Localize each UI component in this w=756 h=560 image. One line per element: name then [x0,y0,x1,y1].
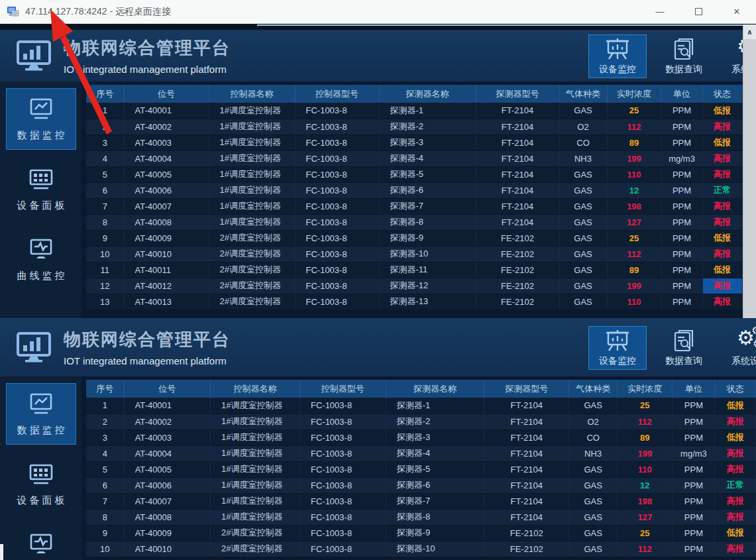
cell-tag: AT-40005 [124,461,210,477]
table-row[interactable]: 10AT-400102#调度室控制器FC-1003-8探测器-10FE-2102… [86,541,756,557]
cell-detector_model: FT-2104 [476,182,559,198]
data-monitor-icon [27,392,55,418]
nav-label: 数据查询 [665,64,702,76]
sidebar-item-device-panel[interactable]: 设备面板 [6,453,76,515]
cell-detector_model: FE-2102 [476,294,559,309]
cell-unit: PPM [673,414,715,429]
minimize-button[interactable]: — [641,0,679,24]
sidebar-item-data-monitor[interactable]: 数据监控 [6,383,76,445]
sidebar-item-device-panel[interactable]: 设备面板 [6,158,76,220]
cell-tag: AT-40002 [124,119,209,135]
cell-detector_model: FT-2104 [484,445,569,461]
nav-data-query[interactable]: 数据查询 [655,34,713,78]
cell-unit: PPM [661,166,702,182]
cell-status: 低报 [702,262,742,278]
cell-value: 112 [607,246,661,262]
table-row[interactable]: 5AT-400051#调度室控制器FC-1003-8探测器-5FT-2104GA… [86,461,756,477]
cell-no: 2 [86,119,124,135]
table-row[interactable]: 9AT-400092#调度室控制器FC-1003-8探测器-9FE-2102GA… [86,525,756,541]
cell-status: 高报 [715,445,756,461]
sidebar-item-curve-monitor[interactable]: 曲线监控 [6,524,76,560]
cell-controller_model: FC-1003-8 [299,477,386,493]
cell-no: 3 [86,429,124,445]
window-titlebar[interactable]: 47.114.127.78:4242 - 远程桌面连接 — ✕ [0,0,756,24]
table-row[interactable]: 2AT-400021#调度室控制器FC-1003-8探测器-2FT-2104O2… [86,414,756,429]
column-header: 气体种类 [569,380,618,398]
table-row[interactable]: 3AT-400031#调度室控制器FC-1003-8探测器-3FT-2104CO… [86,429,756,445]
table-row[interactable]: 7AT-400071#调度室控制器FC-1003-8探测器-7FT-2104GA… [86,198,742,214]
cell-status: 正常 [715,477,756,493]
table-row[interactable]: 3AT-400031#调度室控制器FC-1003-8探测器-3FT-2104CO… [86,135,742,150]
cell-controller_model: FC-1003-8 [295,103,379,119]
cell-value: 198 [607,198,661,214]
table-row[interactable]: 13AT-400132#调度室控制器FC-1003-8探测器-13FE-2102… [86,294,742,309]
table-row[interactable]: 6AT-400061#调度室控制器FC-1003-8探测器-6FT-2104GA… [86,477,756,493]
cell-value: 198 [618,493,673,509]
table-row[interactable]: 4AT-400041#调度室控制器FC-1003-8探测器-4FT-2104NH… [86,445,756,461]
cell-gas: GAS [559,166,607,182]
nav-data-query[interactable]: 数据查询 [655,326,713,370]
nav-device-monitor[interactable]: 设备监控 [588,34,647,78]
sidebar: 数据监控 设备面板 [0,82,81,318]
column-header: 状态 [702,85,742,103]
cell-controller_model: FC-1003-8 [295,182,379,198]
cell-controller_model: FC-1003-8 [299,429,386,445]
cell-detector_model: FE-2102 [476,262,559,278]
cell-no: 8 [86,509,124,525]
cell-no: 9 [86,230,124,246]
cell-controller: 1#调度室控制器 [211,445,300,461]
curve-monitor-icon [27,533,55,559]
table-row[interactable]: 1AT-400011#调度室控制器FC-1003-8探测器-1FT-2104GA… [86,398,756,414]
cell-tag: AT-40010 [124,541,210,557]
cell-no: 12 [86,278,124,294]
table-row[interactable]: 10AT-400102#调度室控制器FC-1003-8探测器-10FE-2102… [86,246,742,262]
cell-detector: 探测器-13 [379,294,476,309]
cell-no: 6 [86,477,124,493]
cell-status: 低报 [715,429,756,445]
maximize-button[interactable] [679,0,718,24]
cell-status: 高报 [715,414,756,429]
cell-value: 110 [618,461,673,477]
app-screen-bottom: 物联网综合管理平台 IOT integrated management plat… [0,318,756,560]
cell-detector: 探测器-5 [386,461,484,477]
column-header: 状态 [715,380,756,398]
table-row[interactable]: 8AT-400081#调度室控制器FC-1003-8探测器-8FT-2104GA… [86,509,756,525]
cell-controller: 1#调度室控制器 [211,493,300,509]
table-row[interactable]: 11AT-400112#调度室控制器FC-1003-8探测器-11FE-2102… [86,262,742,278]
column-header: 探测器型号 [476,85,559,103]
scrollbar-up-button[interactable]: ∧ [743,25,756,39]
sidebar-item-data-monitor[interactable]: 数据监控 [6,88,76,150]
nav-system-settings[interactable]: ⚙ ⚙ ⚙ 系统设置 [721,326,756,370]
nav-device-monitor[interactable]: 设备监控 [588,326,647,370]
table-row[interactable]: 8AT-400081#调度室控制器FC-1003-8探测器-8FT-2104GA… [86,214,742,230]
table-row[interactable]: 7AT-400071#调度室控制器FC-1003-8探测器-7FT-2104GA… [86,493,756,509]
vertical-scrollbar[interactable]: ∧ [743,25,756,318]
close-button[interactable]: ✕ [718,0,756,24]
cell-no: 1 [86,103,124,119]
cell-no: 10 [86,541,124,557]
top-nav: 设备监控 数据查询 ⚙ ⚙ [588,326,756,370]
cell-status: 高报 [702,246,742,262]
table-row[interactable]: 2AT-400021#调度室控制器FC-1003-8探测器-2FT-2104O2… [86,119,742,135]
table-row[interactable]: 5AT-400051#调度室控制器FC-1003-8探测器-5FT-2104GA… [86,166,742,182]
table-row[interactable]: 6AT-400061#调度室控制器FC-1003-8探测器-6FT-2104GA… [86,182,742,198]
sidebar-item-curve-monitor[interactable]: 曲线监控 [6,229,76,290]
cell-value: 110 [607,294,661,309]
cell-controller: 1#调度室控制器 [211,398,300,414]
cell-controller_model: FC-1003-8 [295,294,379,309]
table-row[interactable]: 9AT-400092#调度室控制器FC-1003-8探测器-9FE-2102GA… [86,230,742,246]
nav-label: 系统设置 [731,355,756,367]
cell-value: 89 [607,262,661,278]
page-subtitle: IOT integrated management platform [64,355,231,366]
table-row[interactable]: 4AT-400041#调度室控制器FC-1003-8探测器-4FT-2104NH… [86,150,742,166]
cell-detector: 探测器-9 [386,525,484,541]
cell-gas: CO [569,429,618,445]
table-row[interactable]: 1AT-400011#调度室控制器FC-1003-8探测器-1FT-2104GA… [86,103,742,119]
cell-gas: O2 [569,414,618,429]
cell-value: 25 [607,103,661,119]
cell-value: 112 [618,541,673,557]
cell-status: 高报 [715,509,756,525]
cell-detector: 探测器-3 [379,135,476,150]
table-row[interactable]: 12AT-400122#调度室控制器FC-1003-8探测器-12FE-2102… [86,278,742,294]
column-header: 单位 [673,380,715,398]
